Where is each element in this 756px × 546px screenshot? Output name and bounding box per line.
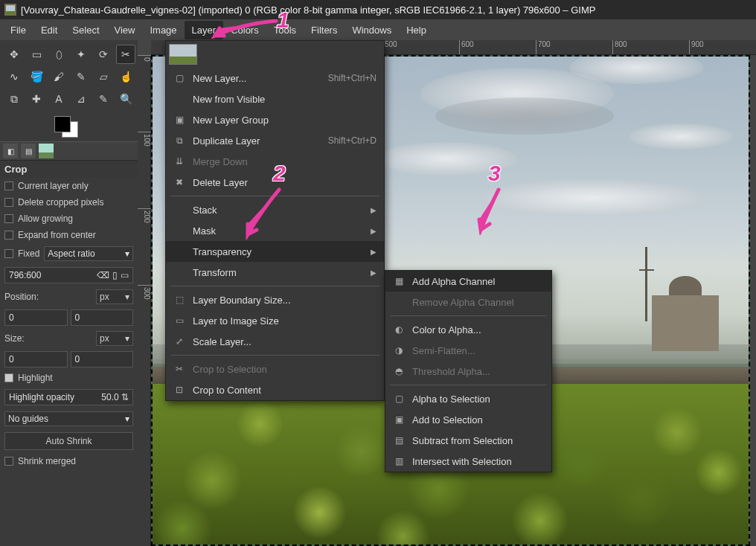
auto-shrink-button[interactable]: Auto Shrink <box>4 432 133 450</box>
opt-shrink-merged[interactable]: Shrink merged <box>0 453 138 469</box>
tool-crop[interactable]: ✂ <box>116 45 135 64</box>
tool-heal[interactable]: ✚ <box>27 89 46 109</box>
layer-menu-transform[interactable]: Transform▶ <box>166 262 384 283</box>
layer-menu-merge-down: ⇊Merge Down <box>166 151 384 172</box>
menu-layer[interactable]: Layer <box>185 21 224 39</box>
tab-images[interactable] <box>39 144 54 158</box>
layer-menu-layer-to-image-size[interactable]: ▭Layer to Image Size <box>166 310 384 331</box>
transparency-add-alpha-channel[interactable]: ▦Add Alpha Channel <box>385 271 551 292</box>
tool-rotate[interactable]: ⟳ <box>94 45 113 64</box>
tool-move[interactable]: ✥ <box>4 45 24 64</box>
layer-menu-new-from-visible[interactable]: New from Visible <box>166 89 384 109</box>
layer-menu-new-layer-group[interactable]: ▣New Layer Group <box>166 109 384 130</box>
tool-fuzzy-select[interactable]: ✦ <box>71 45 91 64</box>
chevron-down-icon: ▾ <box>125 248 129 259</box>
transparency-submenu: ▦Add Alpha ChannelRemove Alpha Channel◐C… <box>385 270 552 472</box>
transparency-intersect-with-selection[interactable]: ▥Intersect with Selection <box>385 451 551 472</box>
tool-free-select[interactable]: ⬯ <box>49 45 68 64</box>
menu-colors[interactable]: Colors <box>223 21 266 39</box>
highlight-opacity-input[interactable]: Highlight opacity50.0 ⇅ <box>4 389 133 405</box>
position-label: Position: px▾ <box>0 286 138 307</box>
portrait-icon[interactable]: ▯ <box>112 270 118 280</box>
tool-brush[interactable]: 🖌 <box>49 67 68 86</box>
tab-tool-options[interactable]: ◧ <box>3 144 18 158</box>
layer-thumbnail <box>169 44 197 65</box>
position-unit-select[interactable]: px▾ <box>96 289 133 304</box>
menu-edit[interactable]: Edit <box>33 21 65 39</box>
menu-windows[interactable]: Windows <box>345 21 399 39</box>
layer-menu-delete-layer[interactable]: ✖Delete Layer <box>166 172 384 193</box>
tool-zoom[interactable]: 🔍 <box>116 89 135 109</box>
transparency-subtract-from-selection[interactable]: ▤Subtract from Selection <box>385 430 551 451</box>
opt-fixed[interactable]: Fixed Aspect ratio▾ <box>0 243 138 264</box>
tool-pencil[interactable]: ✎ <box>71 67 91 86</box>
ruler-vertical[interactable]: 0100200300 <box>138 55 151 546</box>
foreground-swatch[interactable] <box>54 116 71 132</box>
blank-icon <box>173 245 185 257</box>
layer-menu-transparency[interactable]: Transparency▶ <box>166 241 384 262</box>
new-icon: ▢ <box>173 72 185 84</box>
tool-measure[interactable]: ⊿ <box>71 89 91 109</box>
pos-x-input[interactable] <box>4 309 68 326</box>
tool-color-picker[interactable]: ✎ <box>94 89 113 109</box>
opt-delete-cropped[interactable]: Delete cropped pixels <box>0 194 138 211</box>
add-icon: ▣ <box>393 414 405 425</box>
sub-icon: ▤ <box>393 434 405 446</box>
transparency-color-to-alpha-[interactable]: ◐Color to Alpha... <box>385 319 551 340</box>
titlebar: [Vouvray_Chateau-Gaudrelle_vignes-02] (i… <box>0 0 756 19</box>
svg-rect-2 <box>6 11 15 14</box>
layer-menu-crop-to-selection: ✂Crop to Selection <box>166 359 384 379</box>
clear-icon[interactable]: ⌫ <box>97 270 109 280</box>
opt-current-layer[interactable]: Current layer only <box>0 178 138 194</box>
tool-smudge[interactable]: ☝ <box>116 67 135 86</box>
layer-menu-scale-layer-[interactable]: ⤢Scale Layer... <box>166 331 384 352</box>
transparency-alpha-to-selection[interactable]: ▢Alpha to Selection <box>385 388 551 409</box>
size-h-input[interactable] <box>71 351 134 367</box>
layer-menu-crop-to-content[interactable]: ⊡Crop to Content <box>166 379 384 400</box>
size-w-input[interactable] <box>4 351 68 367</box>
tool-bucket[interactable]: 🪣 <box>27 67 46 86</box>
tool-clone[interactable]: ⧉ <box>4 89 24 109</box>
c2a-icon: ◐ <box>393 324 405 335</box>
layer-menu-duplicate-layer[interactable]: ⧉Duplicate LayerShift+Ctrl+D <box>166 130 384 151</box>
tool-eraser[interactable]: ▱ <box>94 67 113 86</box>
fixed-mode-select[interactable]: Aspect ratio▾ <box>44 246 133 261</box>
menu-view[interactable]: View <box>107 21 143 39</box>
transparency-add-to-selection[interactable]: ▣Add to Selection <box>385 409 551 430</box>
left-panel: ✥▭⬯✦⟳✂∿🪣🖌✎▱☝⧉✚A⊿✎🔍 ◧ ▤ Crop Current laye… <box>0 40 138 546</box>
menu-file[interactable]: File <box>3 21 33 39</box>
menu-tools[interactable]: Tools <box>266 21 304 39</box>
blank-icon <box>173 93 185 105</box>
blank-icon <box>173 204 185 216</box>
menubar: FileEditSelectViewImageLayerColorsToolsF… <box>0 19 756 40</box>
ratio-input[interactable]: 796:600⌫▯▭ <box>4 267 133 283</box>
bound-icon: ⬚ <box>173 294 185 306</box>
int-icon: ▥ <box>393 455 405 467</box>
svg-rect-1 <box>6 5 15 11</box>
tab-device[interactable]: ▤ <box>21 144 36 158</box>
layer-menu-mask[interactable]: Mask▶ <box>166 220 384 241</box>
pos-y-input[interactable] <box>71 309 134 326</box>
submenu-arrow-icon: ▶ <box>371 269 377 277</box>
opt-expand-center[interactable]: Expand from center <box>0 227 138 243</box>
layer-menu-layer-boundary-size-[interactable]: ⬚Layer Boundary Size... <box>166 289 384 310</box>
guides-select[interactable]: No guides▾ <box>4 411 133 426</box>
menu-select[interactable]: Select <box>65 21 106 39</box>
opt-highlight[interactable]: Highlight <box>0 370 138 386</box>
color-swatches[interactable] <box>0 113 138 141</box>
size-unit-select[interactable]: px▾ <box>96 331 133 346</box>
menu-filters[interactable]: Filters <box>304 21 345 39</box>
menu-image[interactable]: Image <box>142 21 184 39</box>
group-icon: ▣ <box>173 114 185 126</box>
dock-tabs: ◧ ▤ <box>0 141 138 161</box>
opt-allow-growing[interactable]: Allow growing <box>0 211 138 227</box>
layer-menu-new-layer-[interactable]: ▢New Layer...Shift+Ctrl+N <box>166 68 384 89</box>
menu-help[interactable]: Help <box>399 21 434 39</box>
tool-warp[interactable]: ∿ <box>4 67 24 86</box>
window-title: [Vouvray_Chateau-Gaudrelle_vignes-02] (i… <box>21 4 595 16</box>
imgsize-icon: ▭ <box>173 315 185 327</box>
tool-text[interactable]: A <box>49 89 68 109</box>
layer-menu-stack[interactable]: Stack▶ <box>166 199 384 220</box>
landscape-icon[interactable]: ▭ <box>121 270 129 280</box>
tool-rect-select[interactable]: ▭ <box>27 45 46 64</box>
